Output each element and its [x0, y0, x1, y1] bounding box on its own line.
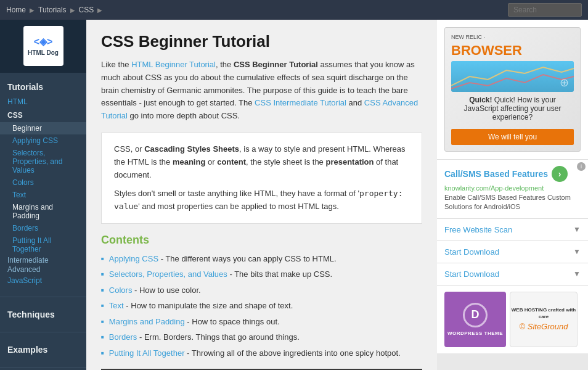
sidebar-item-putting-all[interactable]: Putting It All Together [0, 234, 86, 255]
chevron-down-icon: ▼ [573, 247, 581, 256]
sidebar: <◈> HTML Dog Tutorials HTML CSS Beginner… [0, 20, 86, 370]
dropdown-label: Free Website Scan [444, 225, 512, 234]
breadcrumb-tutorials[interactable]: Tutorials [38, 6, 67, 14]
list-item: Colors - How to use color. [101, 284, 422, 297]
siteground-logo: © SiteGround [520, 322, 568, 331]
sidebar-tutorials-title[interactable]: Tutorials [0, 79, 86, 95]
chevron-down-icon: ▼ [573, 225, 581, 234]
contents-section: Contents Applying CSS - The different wa… [101, 234, 422, 360]
contents-applying-css-link[interactable]: Applying CSS [109, 254, 158, 263]
call-sms-title[interactable]: Call/SMS Based Features › [444, 166, 581, 182]
contents-text-link[interactable]: Text [109, 301, 124, 310]
sidebar-techniques-section: Techniques [0, 300, 86, 329]
logo-icon: <◈> [34, 36, 53, 47]
breadcrumb-arrow: ▶ [30, 7, 35, 14]
call-sms-desc: Enable Call/SMS Based Features Custom So… [444, 193, 581, 212]
sidebar-item-colors[interactable]: Colors [0, 176, 86, 189]
list-item: Borders - Erm. Borders. Things that go a… [101, 331, 422, 343]
sidebar-examples-title[interactable]: Examples [0, 342, 86, 358]
css-intermediate-link[interactable]: CSS Intermediate Tutorial [255, 98, 346, 107]
list-item: Applying CSS - The different ways you ca… [101, 253, 422, 265]
sidebar-tutorials-section: Tutorials HTML CSS Beginner Applying CSS… [0, 73, 86, 294]
dropdown-label: Start Download [444, 269, 499, 279]
sidebar-divider2 [0, 332, 86, 332]
we-will-tell-you-button[interactable]: We will tell you [451, 129, 574, 145]
siteground-title: WEB HOSTING crafted with care [510, 307, 577, 320]
breadcrumb-css[interactable]: CSS [79, 6, 94, 14]
sidebar-item-html[interactable]: HTML [0, 95, 86, 109]
dropdown-row: Start Download ▼ [444, 269, 581, 279]
sidebar-item-selectors[interactable]: Selectors, Properties, and Values [0, 147, 86, 176]
intro-paragraph: Like the HTML Beginner Tutorial, the CSS… [101, 59, 422, 123]
html-beginner-tutorial-link[interactable]: HTML Beginner Tutorial [131, 60, 216, 69]
breadcrumb-arrow2: ▶ [70, 7, 75, 14]
list-item: Selectors, Properties, and Values - The … [101, 268, 422, 281]
chevron-down-icon: ▼ [573, 269, 581, 278]
logo-area: <◈> HTML Dog [0, 20, 86, 73]
definition-p2: Styles don't smell or taste anything lik… [114, 187, 409, 213]
list-item: Text - How to manipulate the size and sh… [101, 300, 422, 312]
sidebar-item-advanced[interactable]: Advanced [0, 263, 47, 276]
page-title: CSS Beginner Tutorial [101, 32, 422, 51]
dropdown-label: Start Download [444, 247, 499, 257]
contents-title: Contents [101, 234, 422, 247]
list-item: Margins and Padding - How to space thing… [101, 316, 422, 328]
bottom-ads: D WORDPRESS THEME WEB HOSTING crafted wi… [437, 286, 588, 353]
sidebar-divider3 [0, 367, 86, 368]
sidebar-item-applying-css[interactable]: Applying CSS [0, 134, 86, 147]
new-relic-label: New Relic · [451, 34, 574, 40]
call-sms-button[interactable]: › [552, 166, 568, 182]
sidebar-divider1 [0, 297, 86, 297]
info-icon[interactable]: i [577, 162, 586, 171]
ad-text: Quick! Quick! How is your JavaScript aff… [451, 96, 574, 121]
free-website-scan-ad[interactable]: Free Website Scan ▼ [437, 219, 588, 241]
chart-area: ⊕ [451, 61, 574, 92]
sidebar-item-margins[interactable]: Margins and Padding [0, 201, 86, 222]
siteground-ad[interactable]: WEB HOSTING crafted with care © SiteGrou… [510, 292, 578, 347]
wordpress-icon: D [463, 303, 488, 327]
call-sms-url: knowlarity.com/App-development [444, 184, 581, 192]
dropdown-row: Free Website Scan ▼ [444, 225, 581, 234]
breadcrumb: Home ▶ Tutorials ▶ CSS ▶ [6, 6, 508, 14]
contents-selectors-link[interactable]: Selectors, Properties, and Values [109, 269, 227, 279]
list-item: Putting It All Together - Throwing all o… [101, 347, 422, 360]
call-sms-ad: i Call/SMS Based Features › knowlarity.c… [437, 160, 588, 219]
contents-list: Applying CSS - The different ways you ca… [101, 253, 422, 360]
sidebar-item-css[interactable]: CSS [0, 109, 86, 122]
right-sidebar: New Relic · BROWSER ⊕ Quick! Quick! How … [437, 20, 588, 370]
contents-borders-link[interactable]: Borders [109, 332, 137, 342]
content-wrapper: CSS Beginner Tutorial Like the HTML Begi… [86, 20, 588, 370]
start-download-ad-1[interactable]: Start Download ▼ [437, 241, 588, 263]
contents-colors-link[interactable]: Colors [109, 286, 133, 295]
start-download-ad-2[interactable]: Start Download ▼ [437, 263, 588, 286]
definition-box: CSS, or Cascading Styles Sheets, is a wa… [101, 133, 422, 224]
sidebar-item-borders[interactable]: Borders [0, 222, 86, 234]
definition-p1: CSS, or Cascading Styles Sheets, is a wa… [114, 143, 409, 181]
browser-ad-content: New Relic · BROWSER ⊕ Quick! Quick! How … [444, 27, 581, 152]
call-sms-label: Call/SMS Based Features [444, 169, 548, 179]
wordpress-label: WORDPRESS THEME [447, 331, 503, 336]
browser-ad: New Relic · BROWSER ⊕ Quick! Quick! How … [437, 20, 588, 160]
contents-margins-link[interactable]: Margins and Padding [109, 317, 185, 326]
search-input[interactable] [508, 3, 582, 17]
main-layout: <◈> HTML Dog Tutorials HTML CSS Beginner… [0, 20, 588, 370]
sidebar-examples-section: Examples [0, 335, 86, 364]
top-navigation: Home ▶ Tutorials ▶ CSS ▶ [0, 0, 588, 20]
sidebar-techniques-title[interactable]: Techniques [0, 306, 86, 323]
logo-box: <◈> HTML Dog [23, 26, 63, 66]
sidebar-item-text[interactable]: Text [0, 189, 86, 201]
logo-text: HTML Dog [28, 49, 59, 56]
wordpress-theme-ad[interactable]: D WORDPRESS THEME [444, 292, 506, 347]
contents-putting-all-link[interactable]: Putting It All Together [109, 348, 185, 358]
browser-title: BROWSER [451, 43, 574, 59]
breadcrumb-arrow3: ▶ [97, 7, 102, 14]
main-content: CSS Beginner Tutorial Like the HTML Begi… [86, 20, 437, 370]
breadcrumb-home[interactable]: Home [6, 6, 26, 14]
sidebar-item-beginner[interactable]: Beginner [0, 122, 86, 134]
dropdown-row: Start Download ▼ [444, 247, 581, 257]
